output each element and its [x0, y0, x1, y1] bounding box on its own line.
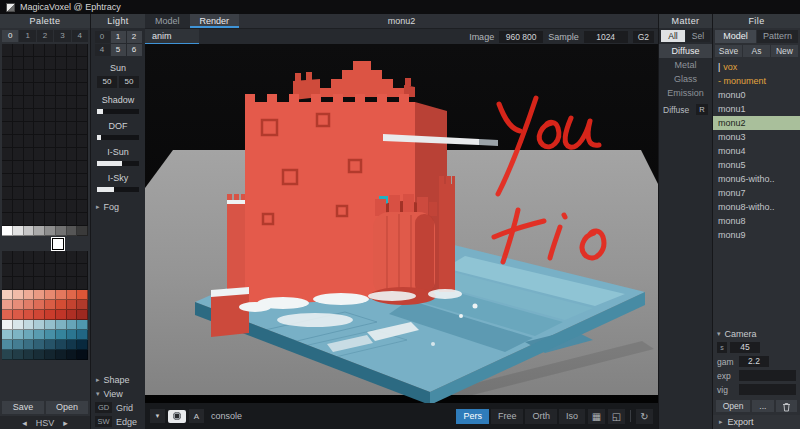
palette-swatch[interactable]: [45, 264, 56, 277]
palette-swatch[interactable]: [24, 148, 35, 161]
file-item[interactable]: monu2: [713, 116, 800, 130]
palette-swatch[interactable]: [34, 213, 45, 226]
palette-swatch[interactable]: [13, 83, 24, 96]
palette-swatch[interactable]: [34, 83, 45, 96]
palette-swatch[interactable]: [77, 251, 88, 264]
palette-swatch[interactable]: [56, 44, 67, 57]
file-item[interactable]: monu6-witho..: [713, 172, 800, 186]
palette-swatch[interactable]: [67, 350, 78, 360]
palette-swatch[interactable]: [34, 96, 45, 109]
palette-swatch[interactable]: [24, 264, 35, 277]
palette-swatch[interactable]: [2, 200, 13, 213]
palette-swatch[interactable]: [56, 290, 67, 300]
grid-toggle-row[interactable]: GD Grid: [91, 401, 145, 415]
palette-swatch[interactable]: [34, 174, 45, 187]
palette-swatch[interactable]: [24, 213, 35, 226]
palette-swatch[interactable]: [56, 70, 67, 83]
matter-type-diffuse[interactable]: Diffuse: [659, 44, 712, 58]
palette-swatch[interactable]: [24, 277, 35, 290]
palette-tab-1[interactable]: 1: [19, 30, 35, 42]
file-item[interactable]: |vox: [713, 60, 800, 74]
tab-model[interactable]: Model: [145, 14, 190, 28]
palette-swatch[interactable]: [77, 290, 88, 300]
palette-swatch[interactable]: [77, 187, 88, 200]
palette-swatch[interactable]: [45, 57, 56, 70]
palette-swatch[interactable]: [13, 135, 24, 148]
palette-swatch[interactable]: [24, 251, 35, 264]
palette-swatch[interactable]: [77, 277, 88, 290]
palette-swatch[interactable]: [2, 251, 13, 264]
matter-tab-all[interactable]: All: [661, 30, 685, 42]
palette-swatch[interactable]: [24, 226, 35, 236]
palette-swatch[interactable]: [34, 200, 45, 213]
palette-swatch[interactable]: [56, 330, 67, 340]
palette-swatch[interactable]: [13, 277, 24, 290]
palette-swatch[interactable]: [24, 310, 35, 320]
palette-tab-0[interactable]: 0: [2, 30, 18, 42]
palette-swatch[interactable]: [2, 96, 13, 109]
palette-swatch[interactable]: [45, 213, 56, 226]
palette-swatch[interactable]: [24, 44, 35, 57]
palette-swatch[interactable]: [34, 44, 45, 57]
palette-swatch[interactable]: [13, 174, 24, 187]
view-mode-free[interactable]: Free: [491, 409, 524, 424]
palette-swatch[interactable]: [34, 226, 45, 236]
matter-tab-sel[interactable]: Sel: [686, 30, 710, 42]
palette-swatch[interactable]: [24, 187, 35, 200]
gi-toggle[interactable]: G2: [633, 31, 654, 43]
palette-swatch[interactable]: [56, 161, 67, 174]
palette-swatch[interactable]: [45, 290, 56, 300]
palette-swatch[interactable]: [13, 96, 24, 109]
palette-swatch[interactable]: [34, 70, 45, 83]
edge-toggle-row[interactable]: SW Edge: [91, 415, 145, 429]
palette-swatch[interactable]: [45, 174, 56, 187]
palette-swatch[interactable]: [13, 340, 24, 350]
palette-mode-row[interactable]: ◂ HSV ▸: [0, 416, 90, 429]
palette-swatch[interactable]: [24, 290, 35, 300]
palette-swatch[interactable]: [67, 161, 78, 174]
matter-type-emission[interactable]: Emission: [659, 86, 712, 100]
light-button-4[interactable]: 4: [95, 44, 110, 56]
palette-swatch[interactable]: [34, 277, 45, 290]
palette-swatch[interactable]: [13, 44, 24, 57]
palette-swatch[interactable]: [77, 320, 88, 330]
palette-swatch[interactable]: [34, 350, 45, 360]
palette-swatch[interactable]: [67, 70, 78, 83]
palette-swatch[interactable]: [77, 226, 88, 236]
palette-swatch[interactable]: [77, 300, 88, 310]
file-item[interactable]: monu9: [713, 228, 800, 242]
palette-swatch[interactable]: [13, 320, 24, 330]
palette-swatch[interactable]: [34, 109, 45, 122]
image-size-value[interactable]: 960 800: [499, 31, 543, 43]
palette-swatch[interactable]: [34, 135, 45, 148]
channel-r-toggle[interactable]: R: [696, 104, 708, 115]
vig-value[interactable]: [739, 384, 796, 395]
palette-swatch[interactable]: [24, 135, 35, 148]
palette-swatch[interactable]: [34, 330, 45, 340]
palette-swatch[interactable]: [45, 135, 56, 148]
fog-row[interactable]: ▸ Fog: [91, 200, 145, 214]
palette-swatch[interactable]: [56, 264, 67, 277]
palette-swatch[interactable]: [34, 57, 45, 70]
frame-toggle-icon[interactable]: ◱: [608, 409, 625, 424]
palette-swatch[interactable]: [24, 161, 35, 174]
palette-swatch[interactable]: [45, 340, 56, 350]
trash-button[interactable]: [776, 400, 797, 412]
rotate-view-icon[interactable]: ↻: [636, 409, 653, 424]
palette-swatch[interactable]: [77, 340, 88, 350]
palette-swatch[interactable]: [45, 122, 56, 135]
palette-swatch[interactable]: [2, 109, 13, 122]
palette-swatch[interactable]: [13, 251, 24, 264]
palette-swatch[interactable]: [56, 187, 67, 200]
palette-swatch[interactable]: [77, 83, 88, 96]
file-item[interactable]: - monument: [713, 74, 800, 88]
palette-swatch[interactable]: [34, 290, 45, 300]
palette-swatch[interactable]: [24, 200, 35, 213]
palette-swatch[interactable]: [56, 135, 67, 148]
grid-toggle-icon[interactable]: ▦: [588, 409, 605, 424]
file-action-save[interactable]: Save: [715, 45, 742, 57]
palette-tab-3[interactable]: 3: [54, 30, 70, 42]
palette-swatch[interactable]: [13, 264, 24, 277]
palette-swatch[interactable]: [45, 109, 56, 122]
palette-swatch[interactable]: [56, 320, 67, 330]
